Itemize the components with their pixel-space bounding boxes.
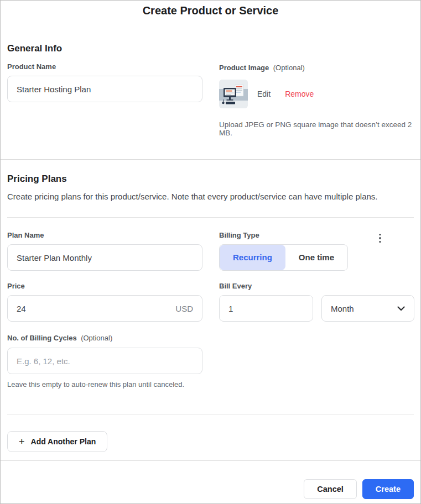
chevron-down-icon <box>397 306 405 311</box>
price-label: Price <box>7 282 202 290</box>
plan-name-label: Plan Name <box>7 231 202 239</box>
plus-icon: + <box>19 436 25 448</box>
billing-type-option-recurring[interactable]: Recurring <box>220 245 285 270</box>
pricing-plans-description: Create pricing plans for this product/se… <box>7 192 414 201</box>
plan-bottom-divider <box>7 414 414 414</box>
plan-name-field <box>7 244 202 271</box>
cancel-button[interactable]: Cancel <box>304 479 357 499</box>
pricing-plans-section: Pricing Plans Create pricing plans for t… <box>1 174 420 201</box>
product-name-field <box>7 76 202 102</box>
workstation-illustration <box>219 80 248 108</box>
plan-options-menu-icon[interactable] <box>375 232 385 244</box>
bill-every-label: Bill Every <box>219 282 414 290</box>
plan-top-divider <box>7 217 414 218</box>
bill-every-input[interactable] <box>228 304 304 313</box>
modal-footer: Cancel Create <box>1 460 420 503</box>
add-another-plan-button[interactable]: + Add Another Plan <box>7 431 107 452</box>
bill-every-unit-value: Month <box>331 304 397 313</box>
plan-form: Plan Name Billing Type Recurring One tim… <box>1 231 420 389</box>
upload-hint-text: Upload JPEG or PNG square image that doe… <box>219 120 414 137</box>
remove-image-link[interactable]: Remove <box>285 90 314 98</box>
billing-cycles-label: No. of Billing Cycles <box>7 334 77 342</box>
currency-suffix: USD <box>175 304 193 313</box>
price-field: USD <box>7 295 202 322</box>
product-name-input[interactable] <box>17 85 193 94</box>
create-product-modal: Create Product or Service General Info P… <box>0 0 421 504</box>
section-divider <box>1 159 420 160</box>
product-name-label: Product Name <box>7 62 202 71</box>
price-input[interactable] <box>17 304 171 313</box>
pricing-plans-heading: Pricing Plans <box>7 174 414 185</box>
add-another-plan-label: Add Another Plan <box>31 437 96 446</box>
bill-every-field <box>219 295 313 322</box>
page-title: Create Product or Service <box>1 4 420 17</box>
billing-cycles-hint: Leave this empty to auto-renew this plan… <box>7 380 202 389</box>
create-button[interactable]: Create <box>362 479 414 499</box>
plan-name-input[interactable] <box>17 253 193 262</box>
billing-type-option-one-time[interactable]: One time <box>285 245 347 270</box>
bill-every-unit-select[interactable]: Month <box>321 295 414 322</box>
product-image-thumbnail <box>219 80 248 108</box>
billing-type-toggle: Recurring One time <box>219 244 348 271</box>
billing-cycles-field <box>7 348 202 374</box>
general-info-heading: General Info <box>7 43 414 54</box>
billing-cycles-optional-label: (Optional) <box>81 334 112 342</box>
general-info-section: General Info Product Name Product Image … <box>1 43 420 137</box>
edit-image-link[interactable]: Edit <box>257 90 271 98</box>
billing-cycles-input[interactable] <box>17 356 193 366</box>
product-image-optional-label: (Optional) <box>273 64 305 72</box>
product-image-label: Product Image <box>219 64 269 72</box>
